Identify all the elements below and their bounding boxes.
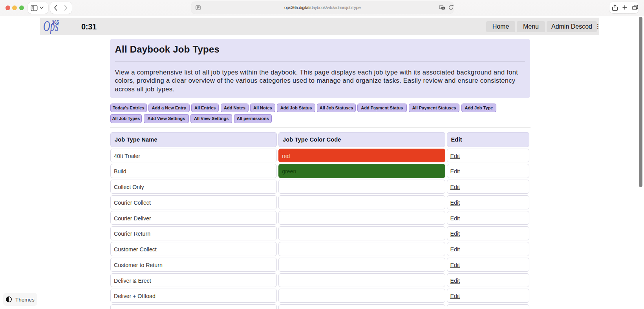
svg-text:365: 365	[52, 20, 59, 25]
